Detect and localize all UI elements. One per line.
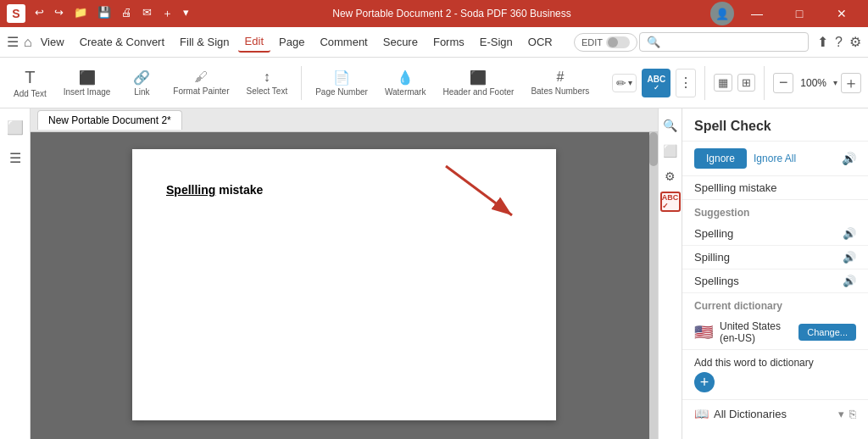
edit-mode-group[interactable]: ✏ ▾ (612, 74, 637, 92)
menu-page[interactable]: Page (272, 32, 311, 52)
spellcheck-tool-icon[interactable]: ABC✓ (660, 192, 681, 212)
suggestion-text-3: Spellings (694, 275, 843, 287)
toolbar: T Add Text ⬛ Insert Image 🔗 Link 🖌 Forma… (0, 58, 868, 108)
watermark-btn[interactable]: 💧 Watermark (378, 66, 433, 100)
ignore-button[interactable]: Ignore (694, 148, 747, 169)
window-title: New Portable Document 2 - Soda PDF 360 B… (332, 8, 570, 19)
page-number-label: Page Number (315, 87, 368, 97)
misspelled-word-display: Spellling mistake (682, 176, 868, 200)
current-dict-row: 🇺🇸 United States (en-US) Change... (682, 315, 868, 350)
suggestion-sound-3[interactable]: 🔊 (843, 275, 856, 287)
edit-toggle-switch[interactable] (606, 36, 630, 48)
add-text-btn[interactable]: T Add Text (7, 64, 53, 102)
all-dict-icon: 📖 (694, 407, 709, 420)
print-btn[interactable]: 🖨 (117, 4, 136, 23)
all-dict-row: 📖 All Dictionaries ▾ ⎘ (682, 400, 868, 427)
mail-btn[interactable]: ✉ (138, 4, 156, 23)
ruler-btn[interactable]: ▦ (714, 74, 732, 92)
add-word-button[interactable]: + (694, 372, 715, 392)
sidebar-bookmarks-icon[interactable]: ☰ (3, 146, 27, 169)
sound-icon[interactable]: 🔊 (842, 152, 856, 165)
suggestion-label: Suggestion (682, 200, 868, 222)
search-input[interactable] (664, 36, 801, 48)
add-text-icon: T (25, 68, 35, 87)
settings-icon[interactable]: ⚙ (849, 34, 861, 50)
header-footer-icon: ⬛ (470, 69, 487, 86)
title-bar-controls[interactable]: ↩ ↪ 📁 💾 🖨 ✉ ＋ ▾ (31, 4, 193, 23)
menu-forms[interactable]: Forms (426, 32, 471, 52)
menu-comment[interactable]: Comment (313, 32, 374, 52)
plus-btn[interactable]: ＋ (158, 4, 177, 23)
close-button[interactable]: ✕ (822, 0, 861, 27)
scrollbar-thumb[interactable] (649, 132, 658, 166)
more-options-btn[interactable]: ⋮ (676, 69, 696, 97)
all-dict-copy-icon[interactable]: ⎘ (849, 408, 856, 420)
menu-ocr[interactable]: OCR (521, 32, 559, 52)
edit-dropdown-icon[interactable]: ▾ (628, 78, 632, 87)
all-dict-text: All Dictionaries (714, 408, 833, 420)
save-btn[interactable]: 💾 (93, 4, 115, 23)
help-icon[interactable]: ? (835, 35, 843, 50)
suggestion-sound-2[interactable]: 🔊 (843, 251, 856, 264)
spell-check-btn[interactable]: ABC ✓ (642, 69, 670, 97)
format-painter-icon: 🖌 (194, 69, 208, 85)
add-word-label: Add this word to dictionary (694, 357, 856, 369)
menu-create-convert[interactable]: Create & Convert (73, 32, 171, 52)
zoom-dropdown-icon[interactable]: ▾ (833, 78, 837, 87)
spell-check-title: Spell Check (682, 108, 868, 142)
ignore-all-button[interactable]: Ignore All (754, 153, 796, 164)
fit-page-icon[interactable]: ⬜ (660, 141, 681, 161)
edit-toggle-label: EDIT (581, 37, 603, 47)
page-number-icon: 📄 (333, 69, 350, 86)
sidebar-pages-icon[interactable]: ⬜ (3, 115, 27, 139)
search-box[interactable]: 🔍 (639, 32, 809, 52)
menu-view[interactable]: View (34, 32, 71, 52)
suggestion-item-1[interactable]: Spelling 🔊 (682, 222, 868, 246)
suggestion-text-1: Spelling (694, 227, 843, 240)
menu-bar: ☰ ⌂ View Create & Convert Fill & Sign Ed… (0, 27, 868, 58)
edit-toggle[interactable]: EDIT (574, 33, 637, 52)
menu-secure[interactable]: Secure (376, 32, 425, 52)
title-bar: S ↩ ↪ 📁 💾 🖨 ✉ ＋ ▾ New Portable Document … (0, 0, 868, 27)
page-number-btn[interactable]: 📄 Page Number (309, 66, 375, 100)
dropdown-btn[interactable]: ▾ (179, 4, 193, 23)
zoom-out-btn[interactable]: − (773, 73, 793, 93)
abc-label: ABC (647, 75, 665, 84)
all-dict-chevron-icon[interactable]: ▾ (838, 408, 844, 420)
document-page: Spellling mistake (132, 149, 556, 420)
search-icon: 🔍 (647, 36, 660, 48)
format-painter-label: Format Painter (173, 86, 229, 96)
home-icon[interactable]: ⌂ (24, 35, 32, 50)
menu-edit[interactable]: Edit (238, 31, 270, 53)
document-tab[interactable]: New Portable Document 2* (37, 110, 182, 130)
redo-btn[interactable]: ↪ (50, 4, 68, 23)
adjust-icon[interactable]: ⚙ (660, 166, 681, 186)
minimize-button[interactable]: — (737, 0, 776, 27)
toolbar-divider-2 (704, 66, 705, 100)
content-wrapper: New Portable Document 2* Spellling mista… (31, 108, 658, 439)
suggestion-item-3[interactable]: Spellings 🔊 (682, 270, 868, 293)
change-dict-button[interactable]: Change... (798, 324, 856, 341)
link-btn[interactable]: 🔗 Link (120, 66, 163, 100)
menu-fill-sign[interactable]: Fill & Sign (173, 32, 236, 52)
share-icon[interactable]: ⬆ (817, 34, 828, 50)
format-painter-btn[interactable]: 🖌 Format Painter (166, 66, 236, 99)
select-text-btn[interactable]: ↕ Select Text (239, 66, 294, 99)
suggestion-sound-1[interactable]: 🔊 (843, 227, 856, 240)
insert-image-btn[interactable]: ⬛ Insert Image (57, 66, 118, 100)
account-avatar[interactable]: 👤 (710, 2, 734, 25)
maximize-button[interactable]: □ (780, 0, 819, 27)
bates-numbers-btn[interactable]: # Bates Numbers (524, 66, 596, 99)
zoom-value: 100% (797, 77, 830, 89)
header-footer-btn[interactable]: ⬛ Header and Footer (436, 66, 520, 100)
grid-btn[interactable]: ⊞ (737, 74, 755, 92)
zoom-tool-icon[interactable]: 🔍 (660, 115, 681, 136)
zoom-in-btn[interactable]: ＋ (841, 73, 861, 93)
undo-btn[interactable]: ↩ (31, 4, 48, 23)
menu-esign[interactable]: E-Sign (473, 32, 520, 52)
spell-actions: Ignore Ignore All 🔊 (682, 142, 868, 176)
suggestion-item-2[interactable]: Spilling 🔊 (682, 246, 868, 270)
open-btn[interactable]: 📁 (70, 4, 92, 23)
watermark-label: Watermark (385, 87, 426, 97)
hamburger-icon[interactable]: ☰ (7, 34, 19, 50)
